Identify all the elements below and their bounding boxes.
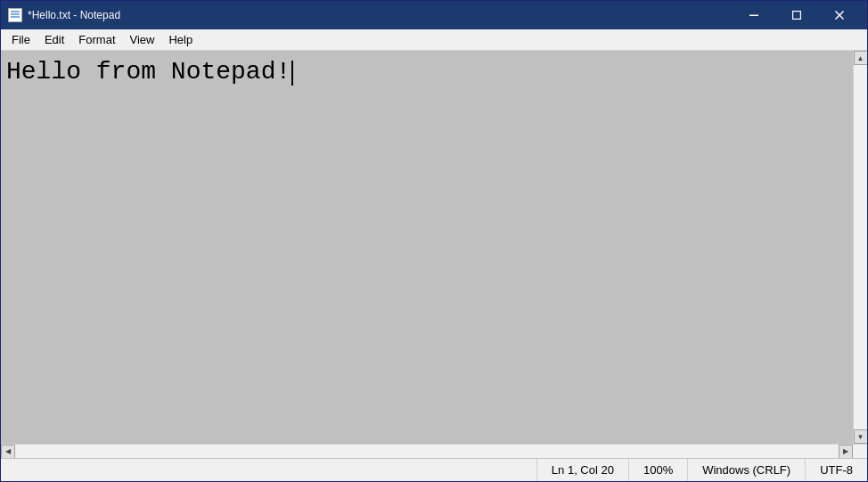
menu-format[interactable]: Format [71,30,122,50]
status-encoding: UTF-8 [805,459,867,481]
scroll-right-button[interactable]: ▶ [839,445,853,459]
window-controls [733,3,860,28]
status-zoom: 100% [628,459,687,481]
scroll-track-v[interactable] [854,65,867,429]
svg-rect-0 [749,15,758,17]
minimize-button[interactable] [733,3,774,28]
text-editor[interactable]: Hello from Notepad! [1,51,853,444]
scroll-track-h[interactable] [15,445,839,458]
horizontal-scrollbar-row: ◀ ▶ [1,444,867,458]
menu-help[interactable]: Help [161,30,200,50]
title-bar-left: *Hello.txt - Notepad [8,8,120,22]
maximize-button[interactable] [776,3,817,28]
menu-edit[interactable]: Edit [37,30,71,50]
menu-bar: File Edit Format View Help [1,29,867,51]
close-button[interactable] [819,3,860,28]
status-bar: Ln 1, Col 20 100% Windows (CRLF) UTF-8 [1,458,867,481]
menu-view[interactable]: View [123,30,162,50]
notepad-window: *Hello.txt - Notepad File Edit Format Vi… [0,0,868,482]
status-line-ending: Windows (CRLF) [687,459,805,481]
app-icon [8,8,22,22]
window-title: *Hello.txt - Notepad [28,9,120,21]
status-position: Ln 1, Col 20 [536,459,628,481]
editor-text: Hello from Notepad! [6,58,291,86]
vertical-scrollbar[interactable]: ▲ ▼ [853,51,867,444]
svg-rect-1 [793,12,801,20]
scroll-left-button[interactable]: ◀ [1,445,15,459]
scroll-down-button[interactable]: ▼ [854,429,868,444]
menu-file[interactable]: File [4,30,37,50]
scroll-up-button[interactable]: ▲ [854,51,868,65]
cursor [291,61,293,86]
scrollbar-corner [853,445,867,459]
title-bar: *Hello.txt - Notepad [1,1,867,29]
notepad-icon [8,8,22,22]
